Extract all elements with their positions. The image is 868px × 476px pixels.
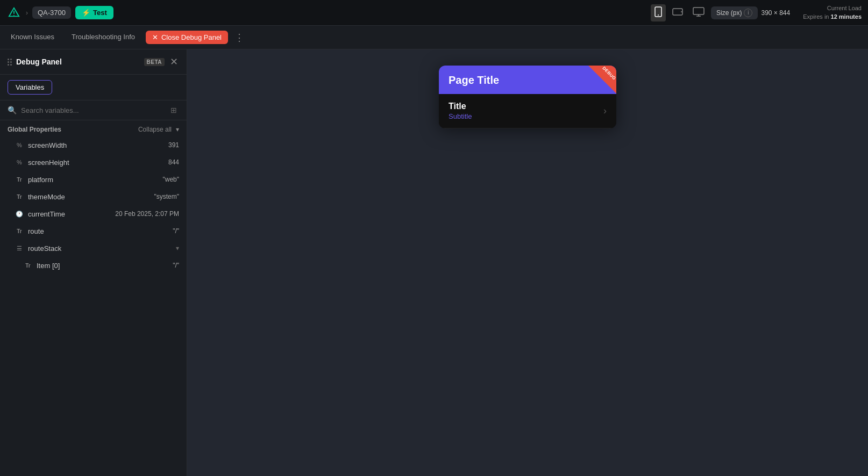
drag-handle[interactable] xyxy=(8,59,12,66)
desktop-device-button[interactable] xyxy=(689,5,708,21)
routestack-chevron: ▾ xyxy=(176,244,179,252)
var-name-screenHeight: screenHeight xyxy=(28,158,164,167)
main-layout: Debug Panel BETA ✕ Variables 🔍 ⊞ Global … xyxy=(0,49,868,476)
var-name-platform: platform xyxy=(28,176,158,184)
var-value-item0: "/" xyxy=(173,262,179,269)
size-value: 390 × 844 xyxy=(761,9,790,17)
search-input[interactable] xyxy=(21,106,164,114)
tab-known-issues[interactable]: Known Issues xyxy=(2,26,63,49)
size-label: Size (px) xyxy=(716,9,742,17)
variable-row-themeMode[interactable]: Tr themeMode "system" xyxy=(0,188,187,205)
var-name-themeMode: themeMode xyxy=(28,193,150,201)
variable-row-item0[interactable]: Tr Item [0] "/" xyxy=(0,257,187,274)
debug-corner-badge: DEBUG xyxy=(588,66,616,93)
tab-bar: Known Issues Troubleshooting Info ✕ Clos… xyxy=(0,26,868,49)
breadcrumb-chevron: › xyxy=(26,9,28,17)
mobile-device-button[interactable] xyxy=(651,4,666,21)
section-chevron: ▾ xyxy=(176,126,179,133)
svg-point-4 xyxy=(658,15,659,16)
svg-point-6 xyxy=(681,11,682,12)
text-icon-2: Tr xyxy=(15,192,24,201)
debug-panel-close-button[interactable]: ✕ xyxy=(169,56,179,68)
var-name-item0: Item [0] xyxy=(37,262,168,270)
phone-preview: Page Title DEBUG Title Subtitle › xyxy=(439,66,616,128)
variable-row-routeStack[interactable]: ☰ routeStack ▾ xyxy=(0,240,187,257)
section-title: Global Properties xyxy=(8,126,61,133)
variable-row-screenHeight[interactable]: % screenHeight 844 xyxy=(0,154,187,171)
app-logo xyxy=(6,5,22,20)
beta-badge: BETA xyxy=(144,58,165,66)
tab-more-button[interactable]: ⋮ xyxy=(230,32,250,44)
panel-tabs: Variables xyxy=(0,75,187,100)
svg-rect-7 xyxy=(693,8,704,15)
debug-panel: Debug Panel BETA ✕ Variables 🔍 ⊞ Global … xyxy=(0,49,187,476)
debug-panel-header: Debug Panel BETA ✕ xyxy=(0,49,187,75)
top-bar: › QA-3700 ⚡ Test Size (px) i 390 × 844 C… xyxy=(0,0,868,26)
var-value-route: "/" xyxy=(173,227,179,235)
breadcrumb-item[interactable]: QA-3700 xyxy=(32,6,71,19)
global-properties-section: Global Properties Collapse all ▾ xyxy=(0,120,187,136)
debug-badge-text: DEBUG xyxy=(601,66,616,81)
collapse-all-button[interactable]: Collapse all xyxy=(138,126,172,133)
variable-row-screenWidth[interactable]: % screenWidth 391 xyxy=(0,136,187,154)
svg-point-2 xyxy=(13,15,15,16)
close-debug-panel-button[interactable]: ✕ Close Debug Panel xyxy=(146,31,228,44)
debug-panel-title: Debug Panel xyxy=(16,57,140,66)
list-icon: ☰ xyxy=(15,244,24,253)
variable-row-route[interactable]: Tr route "/" xyxy=(0,222,187,240)
numeric-icon-2: % xyxy=(15,158,24,167)
preview-item-text: Title Subtitle xyxy=(449,102,603,120)
canvas-area: Page Title DEBUG Title Subtitle › xyxy=(187,49,868,476)
numeric-icon: % xyxy=(15,141,24,149)
var-value-currentTime: 20 Feb 2025, 2:07 PM xyxy=(115,210,179,218)
clock-icon: 🕐 xyxy=(15,210,24,218)
size-display: Size (px) i xyxy=(711,6,758,19)
var-value-screenWidth: 391 xyxy=(168,141,179,149)
close-icon: ✕ xyxy=(152,33,158,41)
var-value-platform: "web" xyxy=(162,176,179,183)
var-name-currentTime: currentTime xyxy=(28,210,111,218)
collapse-layout-button[interactable]: ⊞ xyxy=(168,105,179,116)
var-value-themeMode: "system" xyxy=(154,193,179,200)
search-bar: 🔍 ⊞ xyxy=(0,100,187,120)
var-name-routeStack: routeStack xyxy=(28,244,172,253)
info-icon[interactable]: i xyxy=(744,9,752,17)
var-name-route: route xyxy=(28,227,168,235)
variable-row-currentTime[interactable]: 🕐 currentTime 20 Feb 2025, 2:07 PM xyxy=(0,205,187,222)
var-value-screenHeight: 844 xyxy=(168,158,179,166)
device-controls: Size (px) i 390 × 844 xyxy=(651,4,790,21)
text-icon-3: Tr xyxy=(15,227,24,235)
current-load: Current Load Expires in 12 minutes xyxy=(803,4,862,21)
preview-header: Page Title DEBUG xyxy=(439,66,616,94)
preview-item-chevron: › xyxy=(603,105,607,117)
preview-list-item[interactable]: Title Subtitle › xyxy=(439,94,616,128)
page-title: Page Title xyxy=(449,74,607,86)
preview-item-subtitle: Subtitle xyxy=(449,112,603,120)
text-icon: Tr xyxy=(15,175,24,184)
lightning-icon: ⚡ xyxy=(82,9,90,17)
variables-list: Global Properties Collapse all ▾ % scree… xyxy=(0,120,187,476)
tablet-device-button[interactable] xyxy=(669,5,686,20)
variable-row-platform[interactable]: Tr platform "web" xyxy=(0,171,187,188)
preview-item-title: Title xyxy=(449,102,603,111)
text-icon-4: Tr xyxy=(24,261,32,270)
var-name-screenWidth: screenWidth xyxy=(28,141,164,149)
variables-tab-button[interactable]: Variables xyxy=(8,80,52,95)
tab-troubleshooting[interactable]: Troubleshooting Info xyxy=(63,26,144,49)
search-icon: 🔍 xyxy=(8,106,17,114)
test-button[interactable]: ⚡ Test xyxy=(75,6,113,19)
